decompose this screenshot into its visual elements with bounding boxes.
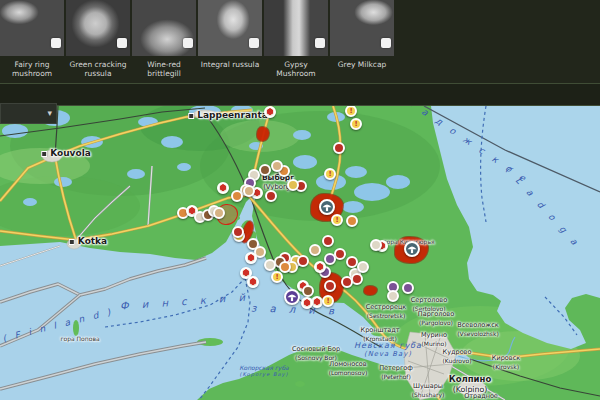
- observation-marker-purple-cap[interactable]: [324, 253, 336, 265]
- observation-marker-purple-cap[interactable]: [402, 282, 414, 294]
- observation-marker-red-cap[interactable]: [322, 235, 334, 247]
- observation-marker-fly-agaric[interactable]: [245, 252, 257, 264]
- observation-marker-red-cap[interactable]: [265, 190, 277, 202]
- observation-marker-pale-cap[interactable]: [370, 239, 382, 251]
- observation-marker-orange-cap[interactable]: [279, 261, 291, 273]
- observation-marker-tan-cap[interactable]: [213, 207, 225, 219]
- observation-marker-pale-cap[interactable]: [264, 259, 276, 271]
- observation-marker-red-cap[interactable]: [232, 226, 244, 238]
- observation-marker-fly-agaric[interactable]: [301, 297, 313, 309]
- observation-marker-red-cap[interactable]: [333, 142, 345, 154]
- mushroom-photo: [264, 0, 328, 56]
- observation-marker-fly-agaric[interactable]: [264, 106, 276, 118]
- map-layer-dropdown[interactable]: ▾: [0, 103, 57, 124]
- observation-marker-tan-cap[interactable]: [309, 244, 321, 256]
- species-label: Green cracking russula: [66, 56, 130, 78]
- observation-marker-yellow-cap[interactable]: [287, 179, 299, 191]
- observation-marker-brown-cap[interactable]: [259, 164, 271, 176]
- thumbnail-checkbox[interactable]: [381, 38, 391, 48]
- observation-marker-warning[interactable]: !: [271, 271, 283, 283]
- observation-marker-warning[interactable]: !: [322, 295, 334, 307]
- thumbnail-checkbox[interactable]: [117, 38, 127, 48]
- observation-marker-warning[interactable]: !: [331, 214, 343, 226]
- species-label: Integral russula: [198, 56, 262, 70]
- observation-marker-warning[interactable]: !: [350, 118, 362, 130]
- chevron-down-icon: ▾: [47, 109, 52, 118]
- observation-marker-red-cap[interactable]: [297, 255, 309, 267]
- mushroom-map-app: Fairy ring mushroomGreen cracking russul…: [0, 0, 600, 400]
- mushroom-photo: [330, 0, 394, 56]
- observation-marker-pale-cap[interactable]: [357, 261, 369, 273]
- observation-marker-red-cap[interactable]: [341, 276, 353, 288]
- thumbnail-checkbox[interactable]: [51, 38, 61, 48]
- toolbar-band: [0, 83, 600, 106]
- observation-marker-warning[interactable]: !: [324, 168, 336, 180]
- species-label: Wine-red brittlegill: [132, 56, 196, 78]
- observation-marker-orange-cap[interactable]: [231, 190, 243, 202]
- species-thumb[interactable]: Fairy ring mushroom: [0, 0, 64, 78]
- mushroom-photo: [132, 0, 196, 56]
- species-thumb[interactable]: Integral russula: [198, 0, 262, 78]
- observation-marker-fly-agaric[interactable]: [314, 261, 326, 273]
- observation-marker-brown-cap[interactable]: [302, 285, 314, 297]
- observation-marker-red-cap[interactable]: [324, 280, 336, 292]
- map-markers: !!!!!!!: [0, 106, 600, 400]
- observation-marker-tan-cap[interactable]: [271, 160, 283, 172]
- observation-marker-danger-zone[interactable]: [404, 241, 420, 257]
- mushroom-photo: [66, 0, 130, 56]
- observation-marker-orange-cap[interactable]: [346, 215, 358, 227]
- species-label: Gypsy Mushroom: [264, 56, 328, 78]
- observation-marker-cluster[interactable]: [284, 289, 300, 305]
- mushroom-photo: [0, 0, 64, 56]
- observation-marker-danger-zone[interactable]: [319, 199, 335, 215]
- observation-marker-fly-agaric[interactable]: [247, 276, 259, 288]
- thumbnail-checkbox[interactable]: [183, 38, 193, 48]
- mushroom-icon: [286, 291, 298, 303]
- observation-marker-tan-cap[interactable]: [243, 185, 255, 197]
- mushroom-icon: [406, 243, 418, 255]
- species-panel: Fairy ring mushroomGreen cracking russul…: [0, 0, 600, 83]
- mushroom-photo: [198, 0, 262, 56]
- species-thumb[interactable]: Gypsy Mushroom: [264, 0, 328, 78]
- species-thumb[interactable]: Wine-red brittlegill: [132, 0, 196, 78]
- species-label: Grey Milkcap: [330, 56, 394, 70]
- observation-marker-pale-cap[interactable]: [387, 290, 399, 302]
- thumbnail-checkbox[interactable]: [249, 38, 259, 48]
- mushroom-icon: [321, 201, 333, 213]
- species-thumb[interactable]: Grey Milkcap: [330, 0, 394, 78]
- observation-marker-warning[interactable]: !: [345, 106, 357, 117]
- species-label: Fairy ring mushroom: [0, 56, 64, 78]
- species-thumb[interactable]: Green cracking russula: [66, 0, 130, 78]
- map-canvas[interactable]: LappeenrantaKouvolaKotkaВыборг(Vyborg)Се…: [0, 106, 600, 400]
- thumbnail-checkbox[interactable]: [315, 38, 325, 48]
- observation-marker-fly-agaric[interactable]: [217, 182, 229, 194]
- species-strip: Fairy ring mushroomGreen cracking russul…: [0, 0, 394, 78]
